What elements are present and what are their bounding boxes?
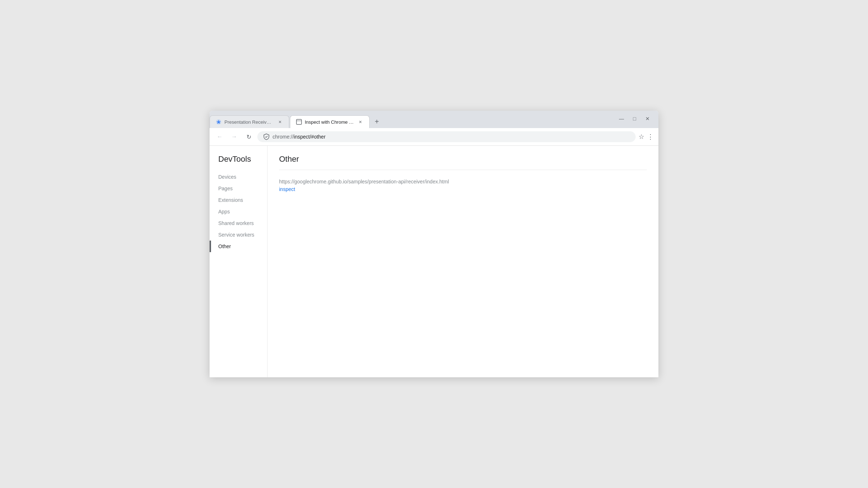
tab-close-2[interactable]: ✕ xyxy=(357,119,363,125)
tab-inspect-devtools[interactable]: Inspect with Chrome Dev ✕ xyxy=(290,115,370,128)
tab-title-2: Inspect with Chrome Dev xyxy=(305,119,354,125)
entry-item: https://googlechrome.github.io/samples/p… xyxy=(279,176,647,195)
minimize-button[interactable]: — xyxy=(616,114,627,124)
back-button[interactable]: ← xyxy=(214,131,226,143)
inspect-favicon-icon xyxy=(296,119,302,125)
sidebar-label-extensions: Extensions xyxy=(218,197,243,203)
browser-content: DevTools Devices Pages Extensions Apps S… xyxy=(210,146,658,377)
url-display: chrome://inspect/#other xyxy=(273,134,630,140)
reload-button[interactable]: ↻ xyxy=(243,131,254,143)
sidebar-label-shared-workers: Shared workers xyxy=(218,220,254,226)
title-bar: Presentation Receiver AF ✕ Inspect with … xyxy=(210,111,658,128)
inspect-link[interactable]: inspect xyxy=(279,186,295,192)
sidebar-item-pages[interactable]: Pages xyxy=(210,183,267,194)
tab-favicon-2 xyxy=(296,119,302,125)
sidebar-item-service-workers[interactable]: Service workers xyxy=(210,229,267,241)
sidebar: DevTools Devices Pages Extensions Apps S… xyxy=(210,146,267,377)
omnibox[interactable]: chrome://inspect/#other xyxy=(257,131,636,142)
sidebar-item-shared-workers[interactable]: Shared workers xyxy=(210,217,267,229)
page-content: Other https://googlechrome.github.io/sam… xyxy=(267,146,658,377)
sidebar-label-pages: Pages xyxy=(218,186,233,191)
sidebar-label-other: Other xyxy=(218,243,231,249)
svg-rect-1 xyxy=(296,119,302,124)
url-bold: inspect xyxy=(294,134,309,140)
sidebar-item-devices[interactable]: Devices xyxy=(210,171,267,183)
tab-presentation-receiver[interactable]: Presentation Receiver AF ✕ xyxy=(210,115,289,128)
security-icon xyxy=(263,133,270,140)
tab-favicon-1 xyxy=(216,119,222,125)
address-bar: ← → ↻ chrome://inspect/#other ☆ ⋮ xyxy=(210,128,658,146)
sidebar-item-other[interactable]: Other xyxy=(210,241,267,252)
browser-window: Presentation Receiver AF ✕ Inspect with … xyxy=(210,111,658,377)
sidebar-label-devices: Devices xyxy=(218,174,236,180)
bookmark-button[interactable]: ☆ xyxy=(639,133,644,141)
page-title: Other xyxy=(279,154,647,164)
sidebar-title: DevTools xyxy=(210,154,267,171)
tabs-container: Presentation Receiver AF ✕ Inspect with … xyxy=(210,115,616,128)
tab-title-1: Presentation Receiver AF xyxy=(224,119,274,125)
menu-button[interactable]: ⋮ xyxy=(647,133,654,141)
new-tab-button[interactable]: + xyxy=(372,116,382,127)
entry-url: https://googlechrome.github.io/samples/p… xyxy=(279,179,647,184)
url-scheme: chrome:// xyxy=(273,134,294,140)
sidebar-item-extensions[interactable]: Extensions xyxy=(210,194,267,206)
close-button[interactable]: ✕ xyxy=(642,114,653,124)
sidebar-item-apps[interactable]: Apps xyxy=(210,206,267,217)
section-divider xyxy=(279,170,647,170)
forward-button[interactable]: → xyxy=(228,131,240,143)
tab-close-1[interactable]: ✕ xyxy=(277,119,283,125)
window-controls: — □ ✕ xyxy=(616,114,658,128)
sidebar-label-apps: Apps xyxy=(218,209,230,215)
sidebar-label-service-workers: Service workers xyxy=(218,232,254,238)
maximize-button[interactable]: □ xyxy=(629,114,640,124)
url-rest: /#other xyxy=(310,134,326,140)
presentation-favicon-icon xyxy=(216,119,222,125)
